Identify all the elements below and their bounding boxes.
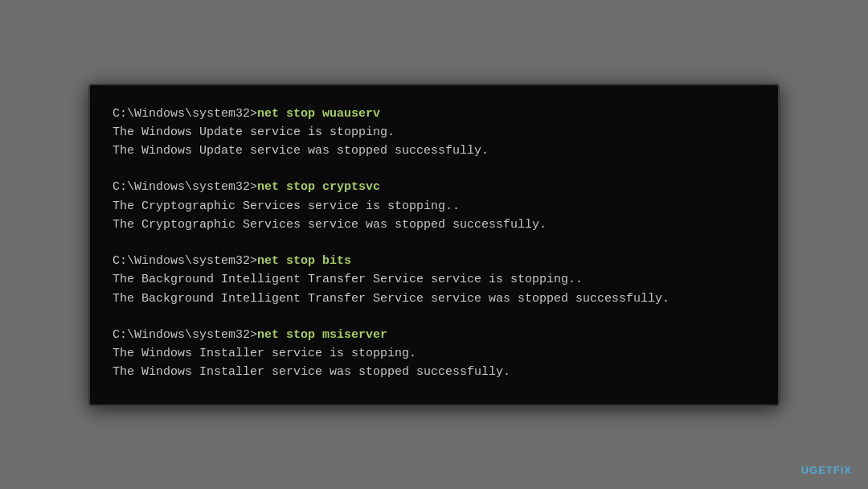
output-line-3-1: The Background Intelligent Transfer Serv… xyxy=(113,270,755,289)
terminal-window: C:\Windows\system32>net stop wuauservThe… xyxy=(88,84,780,406)
terminal-block-2: C:\Windows\system32>net stop cryptsvcThe… xyxy=(113,178,755,234)
terminal-block-4: C:\Windows\system32>net stop msiserverTh… xyxy=(113,326,755,382)
prompt-2: C:\Windows\system32> xyxy=(113,180,257,194)
command-line-2: C:\Windows\system32>net stop cryptsvc xyxy=(113,178,755,196)
terminal-block-1: C:\Windows\system32>net stop wuauservThe… xyxy=(113,105,755,161)
output-line-4-2: The Windows Installer service was stoppe… xyxy=(113,363,755,381)
output-line-2-2: The Cryptographic Services service was s… xyxy=(113,216,755,234)
prompt-4: C:\Windows\system32> xyxy=(113,328,257,342)
prompt-3: C:\Windows\system32> xyxy=(113,254,257,268)
command-text-3: net stop bits xyxy=(257,254,351,268)
command-line-1: C:\Windows\system32>net stop wuauserv xyxy=(113,105,755,123)
command-text-1: net stop wuauserv xyxy=(257,107,380,121)
output-line-1-2: The Windows Update service was stopped s… xyxy=(113,142,755,160)
terminal-block-3: C:\Windows\system32>net stop bitsThe Bac… xyxy=(113,252,755,308)
output-line-4-1: The Windows Installer service is stoppin… xyxy=(113,344,755,363)
prompt-1: C:\Windows\system32> xyxy=(113,107,257,121)
command-line-4: C:\Windows\system32>net stop msiserver xyxy=(113,326,755,344)
watermark-get: GET xyxy=(809,464,833,476)
command-line-3: C:\Windows\system32>net stop bits xyxy=(113,252,755,270)
watermark-text: UGETFIX xyxy=(801,464,852,476)
output-line-3-2: The Background Intelligent Transfer Serv… xyxy=(113,290,755,308)
command-text-4: net stop msiserver xyxy=(257,328,387,342)
output-line-1-1: The Windows Update service is stopping. xyxy=(113,123,755,142)
watermark: UGETFIX xyxy=(801,464,852,476)
command-text-2: net stop cryptsvc xyxy=(257,180,380,194)
output-line-2-1: The Cryptographic Services service is st… xyxy=(113,197,755,216)
